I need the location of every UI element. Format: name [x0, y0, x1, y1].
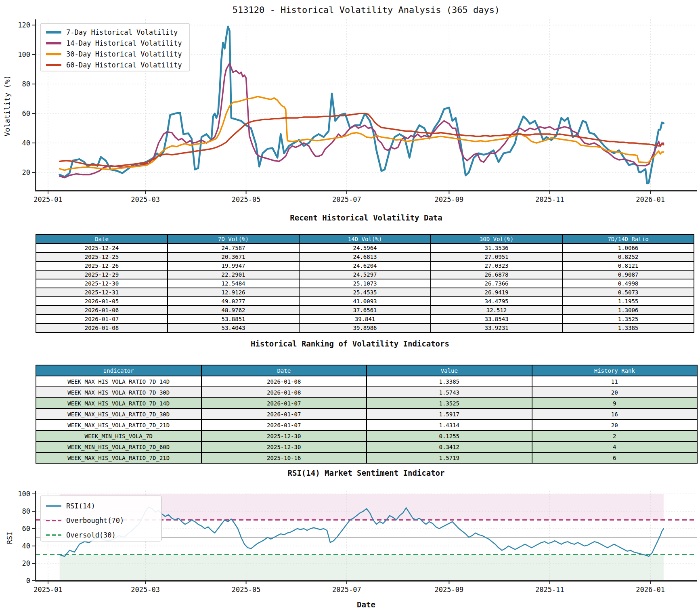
- table-cell: 24.7587: [168, 244, 299, 252]
- table-row: WEEK_MAX_HIS_VOLA_RATIO_7D_21D2026-01-07…: [36, 420, 697, 430]
- table-cell: 2026-01-06: [36, 306, 168, 315]
- table-cell: 20.3671: [168, 252, 299, 261]
- table-cell: 27.0951: [431, 252, 562, 261]
- table-cell: WEEK_MAX_HIS_VOLA_RATIO_7D_30D: [36, 387, 201, 398]
- rsi-plot-area: 0204060801002025-012025-032025-052025-07…: [18, 490, 697, 594]
- table-cell: WEEK_MIN_HIS_VOLA_RATIO_7D_60D: [36, 441, 201, 452]
- recent-table-title: Recent Historical Volatility Data: [290, 213, 442, 222]
- table-cell: 4: [532, 441, 698, 452]
- recent-volatility-table: Date7D Vol(%)14D Vol(%)30D Vol(%)7D/14D …: [36, 234, 694, 333]
- column-header: Indicator: [36, 365, 201, 376]
- table-cell: 1.0066: [562, 244, 694, 252]
- table-cell: WEEK_MAX_HIS_VOLA_RATIO_7D_14D: [36, 398, 201, 409]
- legend-item: 60-Day Historical Volatility: [46, 61, 182, 69]
- table-row: WEEK_MAX_HIS_VOLA_RATIO_7D_14D2026-01-08…: [36, 376, 697, 387]
- x-tick-label: 2025-09: [435, 195, 464, 204]
- table-cell: 2025-12-29: [36, 270, 168, 279]
- y-tick-label: 120: [18, 21, 30, 29]
- y-tick-label: 20: [22, 168, 30, 176]
- table-header-row: Date7D Vol(%)14D Vol(%)30D Vol(%)7D/14D …: [36, 235, 694, 244]
- y-tick-label: 40: [22, 542, 30, 550]
- table-cell: WEEK_MAX_HIS_VOLA_RATIO_7D_30D: [36, 409, 201, 420]
- table-row: WEEK_MIN_HIS_VOLA_RATIO_7D_60D2025-12-30…: [36, 441, 697, 452]
- legend: RSI(14)Overbought(70)Oversold(30): [40, 496, 161, 541]
- table-cell: 0.8121: [562, 261, 694, 270]
- x-tick-label: 2026-01: [636, 586, 665, 594]
- column-header: 7D/14D Ratio: [562, 235, 694, 244]
- table-cell: 32.512: [431, 306, 562, 315]
- y-tick-label: 60: [22, 525, 30, 533]
- table-row: WEEK_MIN_HIS_VOLA_7D2025-12-300.12552: [36, 430, 697, 441]
- volatility-y-axis-label: Volatility (%): [3, 75, 11, 136]
- table-cell: 2026-01-07: [36, 315, 168, 323]
- y-tick-label: 60: [22, 109, 30, 118]
- y-tick-label: 20: [22, 559, 30, 567]
- column-header: 30D Vol(%): [431, 235, 562, 244]
- table-cell: 2025-12-31: [36, 288, 168, 297]
- table-cell: 2025-12-25: [36, 252, 168, 261]
- volatility-chart-title: 513120 - Historical Volatility Analysis …: [233, 5, 500, 15]
- table-row: 2025-12-2922.290124.529726.68780.9087: [36, 270, 694, 279]
- table-cell: 22.2901: [168, 270, 299, 279]
- table-cell: 2025-12-30: [201, 430, 367, 441]
- table-cell: 53.4043: [168, 323, 299, 332]
- column-header: 14D Vol(%): [299, 235, 431, 244]
- table-cell: WEEK_MAX_HIS_VOLA_RATIO_7D_21D: [36, 420, 201, 430]
- table-cell: 0.5073: [562, 288, 694, 297]
- x-tick-label: 2025-03: [131, 586, 160, 594]
- table-cell: 20: [532, 420, 698, 430]
- table-cell: 9: [532, 398, 698, 409]
- table-row: 2025-12-2424.758724.596431.35361.0066: [36, 244, 694, 252]
- table-cell: 24.6204: [299, 261, 431, 270]
- table-cell: 37.6561: [299, 306, 431, 315]
- table-cell: 0.3412: [367, 441, 532, 452]
- table-row: 2026-01-0648.976237.656132.5121.3006: [36, 306, 694, 315]
- table-row: 2026-01-0753.885139.84133.85431.3525: [36, 315, 694, 323]
- table-cell: 0.1255: [367, 430, 532, 441]
- table-row: 2025-12-3112.912625.453526.94190.5073: [36, 288, 694, 297]
- table-cell: 53.8851: [168, 315, 299, 323]
- table-cell: 1.3525: [562, 315, 694, 323]
- table-cell: 1.5917: [367, 409, 532, 420]
- x-tick-label: 2025-07: [332, 586, 361, 594]
- rsi-y-axis-label: RSI: [6, 532, 14, 544]
- legend-item: 30-Day Historical Volatility: [46, 50, 182, 58]
- column-header: 7D Vol(%): [168, 235, 299, 244]
- table-cell: 2026-01-07: [201, 398, 367, 409]
- table-cell: 12.9126: [168, 288, 299, 297]
- table-cell: 19.9947: [168, 261, 299, 270]
- table-cell: 39.8986: [299, 323, 431, 332]
- table-cell: 1.1955: [562, 297, 694, 306]
- table-row: WEEK_MAX_HIS_VOLA_RATIO_7D_14D2026-01-07…: [36, 398, 697, 409]
- table-cell: WEEK_MAX_HIS_VOLA_RATIO_7D_14D: [36, 376, 201, 387]
- table-row: 2026-01-0853.404339.898633.92311.3385: [36, 323, 694, 332]
- legend: 7-Day Historical Volatility14-Day Histor…: [40, 23, 190, 71]
- table-cell: 12.5484: [168, 279, 299, 288]
- table-cell: 2026-01-08: [36, 323, 168, 332]
- table-cell: 2026-01-05: [36, 297, 168, 306]
- table-cell: 2026-01-07: [201, 409, 367, 420]
- table-row: 2025-12-2520.367124.681327.09510.8252: [36, 252, 694, 261]
- ranking-table-title: Historical Ranking of Volatility Indicat…: [0, 339, 700, 348]
- table-cell: 24.5297: [299, 270, 431, 279]
- x-tick-label: 2025-01: [34, 586, 63, 594]
- table-cell: 0.8252: [562, 252, 694, 261]
- table-cell: 25.1073: [299, 279, 431, 288]
- table-cell: 31.3536: [431, 244, 562, 252]
- x-tick-label: 2025-03: [131, 195, 160, 204]
- table-row: 2025-12-3012.548425.107326.73660.4998: [36, 279, 694, 288]
- table-cell: 34.4795: [431, 297, 562, 306]
- legend-label: 60-Day Historical Volatility: [66, 61, 182, 69]
- table-cell: 49.0277: [168, 297, 299, 306]
- table-cell: 2025-12-30: [36, 279, 168, 288]
- rsi-chart: 0204060801002025-012025-032025-052025-07…: [0, 460, 700, 611]
- y-tick-label: 40: [22, 139, 30, 147]
- column-header: Value: [367, 365, 532, 376]
- table-cell: 1.3385: [367, 376, 532, 387]
- y-tick-label: 0: [26, 577, 30, 585]
- legend-item: 14-Day Historical Volatility: [46, 39, 182, 47]
- table-header-row: IndicatorDateValueHistory Rank: [36, 365, 697, 376]
- column-header: Date: [201, 365, 367, 376]
- table-cell: WEEK_MIN_HIS_VOLA_7D: [36, 430, 201, 441]
- legend-label: 30-Day Historical Volatility: [66, 50, 182, 58]
